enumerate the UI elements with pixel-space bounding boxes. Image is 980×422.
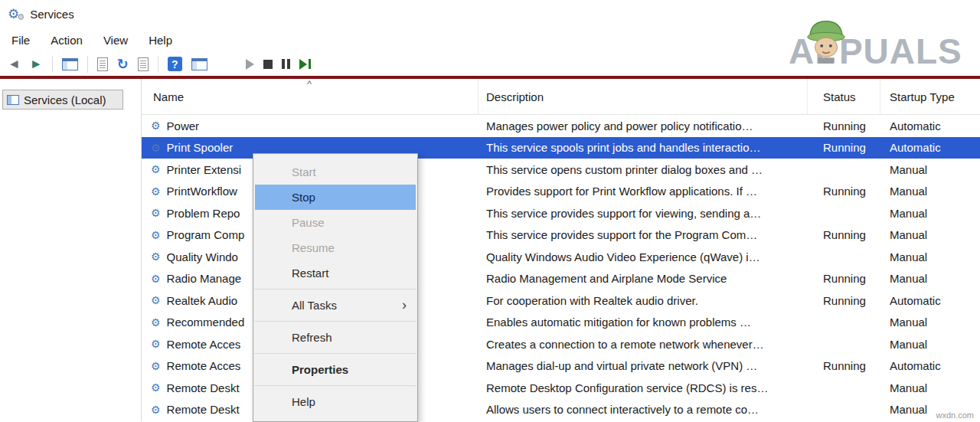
window-title: Services [30,8,74,21]
back-arrow-icon[interactable]: ◄ [8,57,21,70]
service-startup-type: Automatic [880,119,980,132]
service-gear-icon: ⚙ [151,163,161,175]
service-name: Realtek Audio [167,294,238,307]
menu-help[interactable]: Help [149,34,172,47]
service-description: This service provides support for the Pr… [479,228,808,241]
service-gear-icon: ⚙ [151,338,161,350]
service-description: This service opens custom printer dialog… [479,163,808,176]
menu-file[interactable]: File [11,34,30,47]
service-startup-type: Automatic [880,359,980,372]
service-description: Allows users to connect interactively to… [479,403,808,416]
context-menu-separator [254,353,416,354]
service-startup-type: Manual [880,228,980,241]
service-description: Quality Windows Audio Video Experience (… [479,250,808,263]
service-startup-type: Manual [880,316,980,329]
save-list-icon[interactable] [138,57,149,71]
service-gear-icon: ⚙ [151,381,161,394]
console-node-icon [7,95,19,105]
service-gear-icon: ⚙ [151,316,161,329]
context-menu: Start Stop Pause Resume Restart All Task… [253,153,418,422]
service-description: Creates a connection to a remote network… [479,338,808,351]
context-menu-item-restart[interactable]: Restart [253,260,417,286]
service-gear-icon: ⚙ [151,294,161,306]
service-startup-type: Manual [880,185,980,198]
menu-view[interactable]: View [103,34,128,47]
context-menu-item-properties[interactable]: Properties [253,357,417,382]
toolbar-separator [87,56,88,73]
context-menu-separator [254,321,416,322]
show-window-icon[interactable] [191,58,207,70]
refresh-icon[interactable]: ↻ [117,57,129,71]
service-startup-type: Manual [880,381,980,394]
service-gear-icon: ⚙ [151,404,161,416]
context-menu-item-resume: Resume [253,235,417,260]
service-name: Power [167,119,200,132]
services-app-icon-small: ⚙ [17,12,24,22]
context-menu-item-help[interactable]: Help [253,389,417,414]
service-name: Remote Acces [167,359,241,372]
console-tree-panel: Services (Local) [0,79,142,421]
context-menu-item-stop[interactable]: Stop [255,185,416,210]
menu-bar: File Action View Help [0,28,980,52]
toolbar-separator [52,56,53,73]
table-row[interactable]: ⚙Power Manages power policy and power po… [142,115,980,137]
menu-action[interactable]: Action [51,34,83,47]
service-name: PrintWorkflow [167,185,237,198]
service-status: Running [808,228,880,241]
start-service-icon[interactable] [246,59,254,70]
service-gear-icon: ⚙ [151,207,161,219]
service-gear-icon: ⚙ [151,273,161,285]
service-name: Recommended [167,316,245,329]
service-status: Running [808,119,880,132]
service-status: Running [808,294,880,307]
service-description: For cooperation with Realtek audio drive… [479,294,808,307]
service-gear-icon: ⚙ [151,250,161,263]
restart-service-icon[interactable] [299,59,311,70]
sidebar-root-label: Services (Local) [24,93,106,106]
service-startup-type: Manual [880,272,980,285]
service-description: Manages dial-up and virtual private netw… [479,359,808,372]
submenu-chevron-icon: › [402,293,407,318]
service-startup-type: Manual [880,207,980,220]
watermark-site-url: wxdn.com [936,411,974,420]
service-status: Running [808,185,880,198]
service-name: Print Spooler [167,141,234,154]
context-menu-item-all-tasks[interactable]: All Tasks › [253,293,417,318]
export-list-icon[interactable] [97,57,108,71]
context-menu-item-start: Start [253,159,417,185]
service-gear-icon: ⚙ [151,119,161,132]
sort-ascending-icon: ^ [307,78,312,90]
sidebar-item-services-local[interactable]: Services (Local) [2,90,123,110]
toolbar-separator [158,56,158,73]
service-startup-type: Manual [880,163,980,176]
forward-arrow-icon[interactable]: ► [30,57,43,70]
service-name: Quality Windo [167,250,238,263]
service-description: Provides support for Print Workflow appl… [479,185,808,198]
show-console-tree-icon[interactable] [62,58,78,70]
service-startup-type: Automatic [880,294,980,307]
service-name: Remote Deskt [167,403,240,416]
all-tasks-label: All Tasks [292,299,337,312]
service-status: Running [808,272,880,285]
content-area: Services (Local) ^ Name Description Stat… [0,79,980,421]
service-name: Problem Repo [167,207,240,220]
service-startup-type: Manual [880,250,980,263]
service-description: Radio Management and Airplane Mode Servi… [479,272,808,285]
stop-service-icon[interactable] [263,60,273,69]
service-name: Program Comp [167,228,245,241]
column-header-startup-type[interactable]: Startup Type [880,79,980,114]
service-gear-icon: ⚙ [151,185,161,198]
context-menu-separator [254,289,416,290]
service-name: Remote Deskt [167,381,240,394]
service-description: This service spools print jobs and handl… [479,141,808,154]
service-name: Printer Extensi [167,163,242,176]
service-status: Running [808,141,880,154]
service-description: Remote Desktop Configuration service (RD… [479,381,808,394]
column-header-status[interactable]: Status [808,79,880,114]
context-menu-separator [254,385,416,386]
pause-service-icon[interactable] [282,59,290,69]
context-menu-item-pause: Pause [253,210,417,235]
help-icon[interactable]: ? [168,57,182,71]
context-menu-item-refresh[interactable]: Refresh [253,325,417,350]
column-header-description[interactable]: Description [479,79,808,114]
